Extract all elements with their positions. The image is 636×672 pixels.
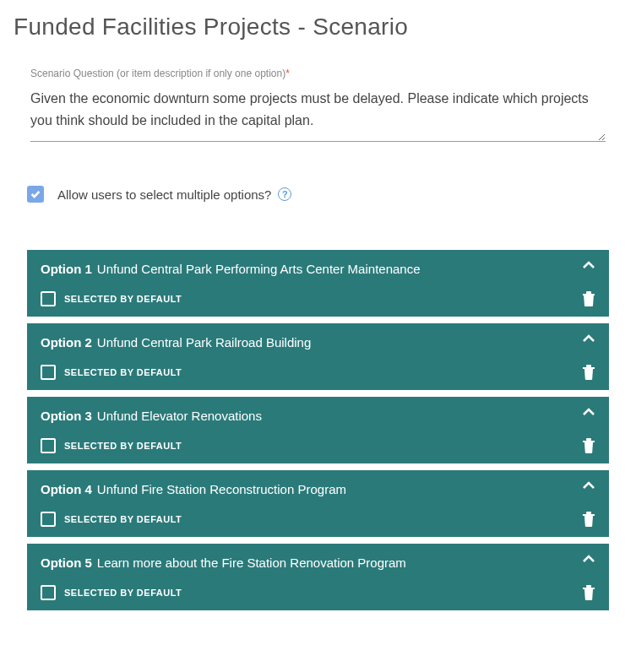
svg-rect-1: [586, 291, 591, 294]
option-card: Option 2 Unfund Central Park Railroad Bu…: [27, 323, 609, 390]
default-label: SELECTED BY DEFAULT: [64, 294, 182, 304]
option-title: Unfund Central Park Railroad Building: [97, 335, 595, 350]
scenario-question-input[interactable]: [30, 84, 606, 142]
delete-button[interactable]: [582, 512, 595, 527]
default-label: SELECTED BY DEFAULT: [64, 588, 182, 598]
collapse-toggle[interactable]: [582, 552, 595, 567]
delete-button[interactable]: [582, 365, 595, 380]
default-checkbox[interactable]: [41, 438, 56, 453]
required-asterisk: *: [285, 68, 290, 79]
default-checkbox[interactable]: [41, 291, 56, 306]
collapse-toggle[interactable]: [582, 479, 595, 494]
default-group: SELECTED BY DEFAULT: [41, 438, 182, 453]
collapse-toggle[interactable]: [582, 332, 595, 347]
option-title: Unfund Central Park Performing Arts Cent…: [97, 262, 595, 276]
trash-icon: [582, 512, 595, 527]
default-label: SELECTED BY DEFAULT: [64, 441, 182, 451]
multi-select-checkbox[interactable]: [27, 186, 44, 203]
check-icon: [30, 188, 41, 200]
option-card: Option 4 Unfund Fire Station Reconstruct…: [27, 470, 609, 537]
option-title: Learn more about the Fire Station Renova…: [97, 555, 595, 570]
option-card: Option 1 Unfund Central Park Performing …: [27, 250, 609, 317]
svg-rect-2: [583, 367, 595, 369]
default-group: SELECTED BY DEFAULT: [41, 585, 182, 600]
option-number: Option 2: [41, 335, 92, 350]
default-group: SELECTED BY DEFAULT: [41, 512, 182, 527]
default-label: SELECTED BY DEFAULT: [64, 514, 182, 524]
default-checkbox[interactable]: [41, 512, 56, 527]
svg-rect-9: [586, 585, 591, 588]
options-list: Option 1 Unfund Central Park Performing …: [14, 250, 622, 610]
default-label: SELECTED BY DEFAULT: [64, 367, 182, 377]
chevron-up-icon: [582, 407, 595, 417]
chevron-up-icon: [582, 480, 595, 490]
delete-button[interactable]: [582, 585, 595, 600]
option-title: Unfund Elevator Renovations: [97, 409, 595, 423]
option-card: Option 5 Learn more about the Fire Stati…: [27, 544, 609, 610]
collapse-toggle[interactable]: [582, 258, 595, 274]
collapse-toggle[interactable]: [582, 405, 595, 420]
chevron-up-icon: [582, 260, 595, 270]
option-title: Unfund Fire Station Reconstruction Progr…: [97, 482, 595, 496]
default-checkbox[interactable]: [41, 585, 56, 600]
svg-rect-5: [586, 438, 591, 441]
default-checkbox[interactable]: [41, 365, 56, 380]
chevron-up-icon: [582, 554, 595, 564]
question-section: Scenario Question (or item description i…: [14, 68, 622, 145]
page-title: Funded Facilities Projects - Scenario: [14, 14, 622, 41]
option-number: Option 5: [41, 555, 92, 570]
multi-select-label: Allow users to select multiple options?: [57, 187, 271, 202]
svg-rect-8: [583, 588, 595, 589]
trash-icon: [582, 438, 595, 453]
default-group: SELECTED BY DEFAULT: [41, 291, 182, 306]
option-number: Option 3: [41, 409, 92, 423]
chevron-up-icon: [582, 333, 595, 344]
svg-rect-4: [583, 441, 595, 442]
option-card: Option 3 Unfund Elevator Renovations SEL…: [27, 397, 609, 463]
help-icon[interactable]: ?: [278, 187, 291, 201]
option-number: Option 1: [41, 262, 92, 276]
svg-rect-0: [583, 294, 595, 295]
default-group: SELECTED BY DEFAULT: [41, 365, 182, 380]
trash-icon: [582, 585, 595, 600]
delete-button[interactable]: [582, 291, 595, 306]
svg-rect-6: [583, 514, 595, 516]
multi-select-row: Allow users to select multiple options? …: [14, 186, 622, 203]
option-number: Option 4: [41, 482, 92, 496]
delete-button[interactable]: [582, 438, 595, 453]
svg-rect-7: [586, 512, 591, 514]
trash-icon: [582, 291, 595, 306]
question-label: Scenario Question (or item description i…: [30, 68, 606, 79]
trash-icon: [582, 365, 595, 380]
svg-rect-3: [586, 365, 591, 367]
